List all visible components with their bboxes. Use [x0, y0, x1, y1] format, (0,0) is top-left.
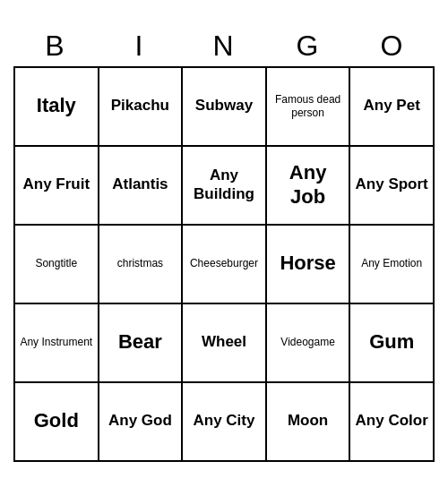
- header-letter: N: [182, 26, 266, 66]
- bingo-cell-r0-c1: Pikachu: [99, 68, 184, 147]
- bingo-cell-r0-c3: Famous dead person: [267, 68, 351, 147]
- bingo-cell-r4-c3: Moon: [267, 383, 351, 462]
- header-letter: B: [13, 26, 98, 66]
- bingo-cell-r0-c0: Italy: [15, 68, 99, 147]
- bingo-cell-r3-c0: Any Instrument: [15, 304, 99, 383]
- bingo-cell-r2-c4: Any Emotion: [350, 226, 435, 304]
- bingo-cell-r1-c1: Atlantis: [99, 147, 184, 226]
- bingo-cell-r2-c3: Horse: [267, 226, 351, 304]
- bingo-cell-r2-c2: Cheeseburger: [183, 226, 267, 304]
- header-letter: I: [98, 26, 182, 66]
- bingo-cell-r0-c4: Any Pet: [350, 68, 435, 147]
- bingo-cell-r3-c2: Wheel: [183, 304, 267, 383]
- bingo-grid: ItalyPikachuSubwayFamous dead personAny …: [13, 66, 435, 462]
- bingo-cell-r1-c2: Any Building: [183, 147, 267, 226]
- header-letter: G: [266, 26, 350, 66]
- header-letter: O: [350, 26, 435, 66]
- bingo-cell-r3-c1: Bear: [99, 304, 184, 383]
- bingo-cell-r3-c3: Videogame: [267, 304, 351, 383]
- bingo-cell-r1-c4: Any Sport: [350, 147, 435, 226]
- bingo-cell-r4-c1: Any God: [99, 383, 184, 462]
- bingo-cell-r3-c4: Gum: [350, 304, 435, 383]
- bingo-cell-r2-c1: christmas: [99, 226, 184, 304]
- bingo-cell-r1-c3: Any Job: [267, 147, 351, 226]
- bingo-cell-r4-c0: Gold: [15, 383, 99, 462]
- bingo-header: BINGO: [13, 26, 435, 66]
- bingo-cell-r1-c0: Any Fruit: [15, 147, 99, 226]
- bingo-cell-r0-c2: Subway: [183, 68, 267, 147]
- bingo-container: BINGO ItalyPikachuSubwayFamous dead pers…: [13, 26, 435, 462]
- bingo-cell-r4-c4: Any Color: [350, 383, 435, 462]
- bingo-cell-r2-c0: Songtitle: [15, 226, 99, 304]
- bingo-cell-r4-c2: Any City: [183, 383, 267, 462]
